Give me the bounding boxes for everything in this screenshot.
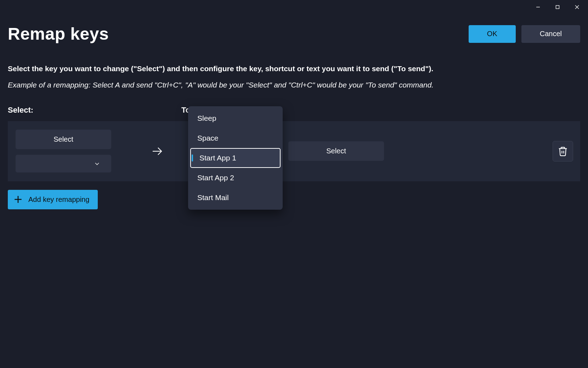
select-key-button[interactable]: Select <box>16 130 111 149</box>
titlebar <box>0 0 588 14</box>
content: Remap keys OK Cancel Select the key you … <box>0 14 588 209</box>
action-buttons: OK Cancel <box>469 25 580 43</box>
instructions: Select the key you want to change ("Sele… <box>8 63 580 91</box>
select-column: Select <box>16 130 132 172</box>
tosend-select-button[interactable]: Select <box>288 141 384 161</box>
cancel-button[interactable]: Cancel <box>521 25 580 43</box>
arrow-column <box>132 145 182 157</box>
delete-row-button[interactable] <box>553 141 573 162</box>
maximize-button[interactable] <box>548 0 567 14</box>
plus-icon <box>13 195 23 204</box>
dropdown-item-start-app-1[interactable]: Start App 1 <box>190 148 281 168</box>
instruction-example: Example of a remapping: Select A and sen… <box>8 80 580 90</box>
dropdown-item-start-app-2[interactable]: Start App 2 <box>190 168 281 188</box>
trash-icon <box>558 146 568 157</box>
page-title: Remap keys <box>8 24 109 44</box>
dropdown-item-space[interactable]: Space <box>190 128 281 148</box>
dropdown-item-sleep[interactable]: Sleep <box>190 108 281 128</box>
ok-button[interactable]: OK <box>469 25 516 43</box>
dropdown-item-label: Start App 2 <box>197 174 234 182</box>
add-remapping-label: Add key remapping <box>28 196 89 204</box>
dropdown-item-label: Space <box>197 134 219 142</box>
mapping-row: Select Select <box>8 121 580 181</box>
add-remapping-button[interactable]: Add key remapping <box>8 190 98 209</box>
instruction-main: Select the key you want to change ("Sele… <box>8 63 580 74</box>
column-labels: Select: To send: <box>8 106 580 115</box>
dropdown-item-start-mail[interactable]: Start Mail <box>190 188 281 208</box>
arrow-right-icon <box>151 145 163 157</box>
dropdown-item-label: Sleep <box>197 114 216 123</box>
svg-rect-1 <box>556 6 559 9</box>
key-dropdown-popup: Sleep Space Start App 1 Start App 2 Star… <box>188 106 283 210</box>
minimize-button[interactable] <box>528 0 548 14</box>
dropdown-item-label: Start App 1 <box>199 154 236 162</box>
chevron-down-icon <box>94 161 100 166</box>
select-label: Select: <box>8 106 181 115</box>
select-key-dropdown[interactable] <box>16 155 111 172</box>
header-row: Remap keys OK Cancel <box>8 24 580 44</box>
dropdown-item-label: Start Mail <box>197 193 229 202</box>
close-button[interactable] <box>567 0 587 14</box>
